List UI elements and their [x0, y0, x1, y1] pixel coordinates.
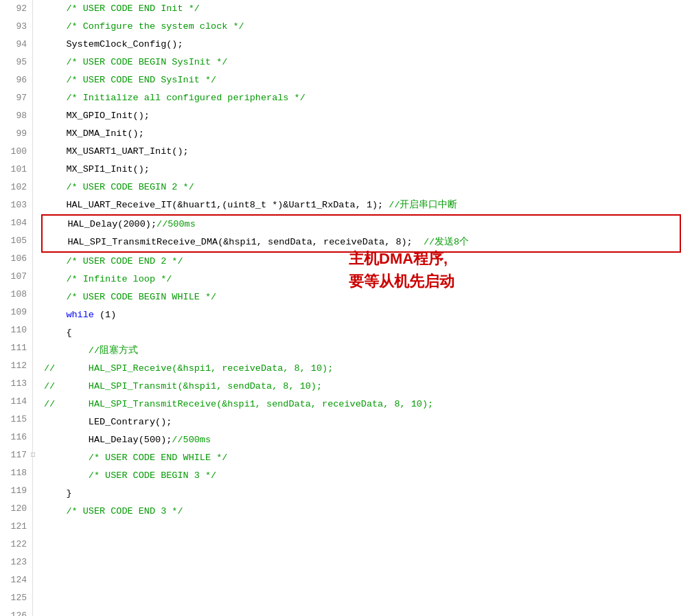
code-line-99: /* USER CODE END SysInit */: [44, 71, 681, 89]
line-number-124: 124: [3, 571, 27, 589]
line-number-111: 111: [3, 339, 27, 357]
code-line-119: // HAL_SPI_Receive(&hspi1, receiveData, …: [44, 360, 681, 378]
code-line-128: /* USER CODE BEGIN 3 */: [44, 467, 681, 485]
code-line-116: while (1): [44, 306, 681, 324]
line-number-108: 108: [3, 286, 27, 304]
line-number-96: 96: [3, 71, 27, 89]
line-number-116: 116: [3, 429, 27, 446]
line-number-122: 122: [3, 536, 27, 554]
code-line-123: LED_Contrary();: [44, 413, 681, 431]
line-number-102: 102: [3, 179, 27, 196]
annotation-line1: 主机DMA程序,: [349, 250, 448, 267]
code-line-92: /* USER CODE END Init */: [44, 0, 681, 18]
line-number-117: 117: [3, 446, 27, 464]
line-number-94: 94: [3, 36, 27, 54]
line-number-119: 119: [3, 482, 27, 500]
annotation-line2: 要等从机先启动: [349, 273, 454, 290]
code-line-101: /* Initialize all configured peripherals…: [44, 89, 681, 107]
code-line-117: {: [44, 324, 681, 342]
code-line-130: /* USER CODE END 3 */: [44, 503, 681, 521]
line-number-113: 113: [3, 375, 27, 393]
line-number-104: 104: [3, 214, 27, 232]
line-number-112: 112: [3, 357, 27, 375]
line-number-121: 121: [3, 518, 27, 536]
line-number-95: 95: [3, 54, 27, 71]
code-content-area: 主机DMA程序, 要等从机先启动 /* USER CODE END Init *…: [33, 0, 681, 616]
code-line-124: HAL_Delay(500);//500ms: [44, 431, 681, 449]
line-number-100: 100: [3, 143, 27, 161]
code-line-105: MX_SPI1_Init();: [44, 161, 681, 179]
line-number-105: 105: [3, 232, 27, 250]
code-line-118: //阻塞方式: [44, 342, 681, 360]
code-line-121: // HAL_SPI_TransmitReceive(&hspi1, sendD…: [44, 396, 681, 413]
line-number-110: 110: [3, 321, 27, 339]
line-number-106: 106: [3, 250, 27, 268]
code-line-129: }: [44, 485, 681, 503]
line-number-107: 107: [3, 268, 27, 286]
line-number-118: 118: [3, 464, 27, 482]
line-number-98: 98: [3, 107, 27, 125]
code-line-107: HAL_UART_Receive_IT(&huart1,(uint8_t *)&…: [44, 196, 681, 214]
line-number-93: 93: [3, 18, 27, 36]
code-line-95: SystemClock_Config();: [44, 36, 681, 54]
line-number-92: 92: [3, 0, 27, 18]
line-number-125: 125: [3, 589, 27, 607]
line-number-99: 99: [3, 125, 27, 143]
code-line-103: MX_DMA_Init();: [44, 125, 681, 143]
code-line-104: MX_USART1_UART_Init();: [44, 143, 681, 161]
code-line-102: MX_GPIO_Init();: [44, 107, 681, 125]
code-line-120: // HAL_SPI_Transmit(&hspi1, sendData, 8,…: [44, 378, 681, 396]
code-line-97: /* USER CODE BEGIN SysInit */: [44, 54, 681, 71]
line-number-120: 120: [3, 500, 27, 518]
code-line-94: /* Configure the system clock */: [44, 18, 681, 36]
line-number-115: 115: [3, 411, 27, 429]
line-number-gutter: 9293949596979899100101102103104105106107…: [0, 0, 33, 616]
line-number-123: 123: [3, 554, 27, 571]
code-editor: 9293949596979899100101102103104105106107…: [0, 0, 681, 616]
line-number-126: 126: [3, 607, 27, 616]
code-line-106: /* USER CODE BEGIN 2 */: [44, 179, 681, 196]
line-number-97: 97: [3, 89, 27, 107]
annotation-box: 主机DMA程序, 要等从机先启动: [349, 247, 454, 293]
line-number-114: 114: [3, 393, 27, 411]
line-number-101: 101: [3, 161, 27, 179]
line-number-109: 109: [3, 304, 27, 321]
line-number-103: 103: [3, 196, 27, 214]
code-line-109: HAL_Delay(2000);//500ms: [45, 216, 680, 233]
code-line-126: /* USER CODE END WHILE */: [44, 449, 681, 467]
